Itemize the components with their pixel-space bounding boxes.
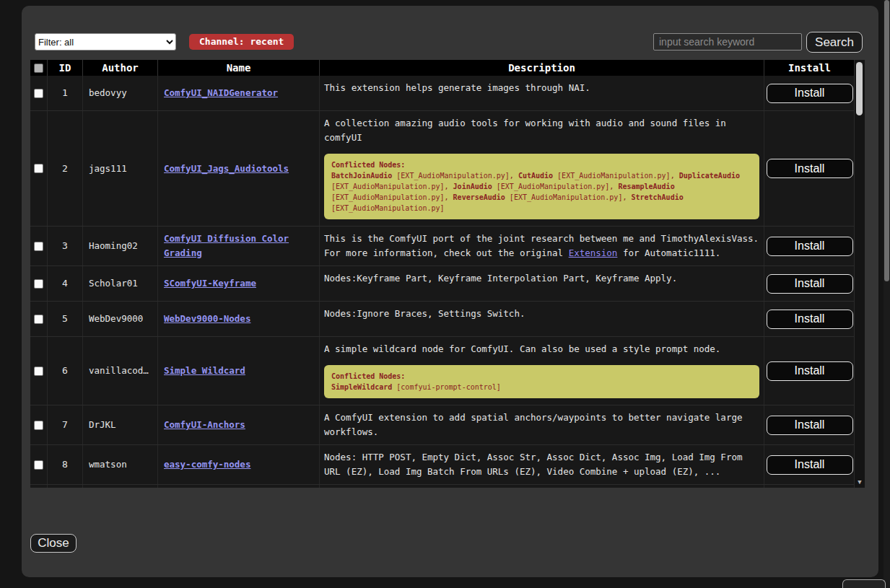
row-select-checkbox[interactable] [34,421,43,430]
table-row: 5WebDev9000WebDev9000-NodesNodes:Ignore … [30,302,855,337]
install-cell: Install [764,337,855,405]
search-button[interactable]: Search [806,32,863,53]
node-author-text: bedovyy [89,86,127,100]
conflict-node-package: [EXT_AudioManipulation.py] [553,172,671,180]
table-row: 4Scholar01SComfyUI-KeyframeNodes:Keyfram… [30,266,855,302]
node-author: DrJKL [83,405,158,444]
node-description: Nodes:Ignore Braces, Settings Switch. [324,307,761,321]
node-name-link[interactable]: ComfyUI_NAIDGenerator [164,86,278,100]
conflict-node-package: [comfyui-prompt-control] [392,383,501,391]
conflict-node-name: ReverseAudio [453,193,505,201]
row-select-cell [30,111,48,226]
header-author: Author [83,60,158,76]
row-select-cell [30,337,48,405]
conflict-node-name: ResampleAudio [618,183,674,190]
node-author: vanillacode314 [83,337,158,405]
page-scrollbar-thumb[interactable] [884,0,889,281]
node-name-link[interactable]: Simple Wildcard [164,364,245,378]
conflict-node-package: [EXT_AudioManipulation.py] [392,172,510,180]
conflict-title: Conflicted Nodes: [331,159,752,170]
node-id: 4 [48,266,83,301]
header-name: Name [158,60,320,76]
install-button[interactable]: Install [767,455,853,475]
description-link[interactable]: Extension [569,247,618,258]
node-name-link[interactable]: ComfyUI Diffusion Color Grading [164,232,313,260]
node-name-link[interactable]: SComfyUI-Keyframe [164,276,256,291]
node-author-text: jags111 [89,162,127,176]
select-all-checkbox[interactable] [34,63,43,73]
page-scrollbar[interactable] [884,0,890,588]
node-author-text: vanillacode314 [89,364,152,378]
install-button[interactable]: Install [767,361,853,381]
node-author: Haoming02 [83,227,158,266]
node-name-cell: WebDev9000-Nodes [158,302,320,336]
row-select-checkbox[interactable] [34,242,43,251]
custom-nodes-dialog: Filter: all Channel: recent Search ID Au… [22,6,878,577]
node-description-cell: A ComfyUI extension to add spatial ancho… [320,405,764,444]
row-select-cell [30,266,48,301]
install-button[interactable]: Install [767,274,853,294]
install-button[interactable]: Install [767,310,853,329]
install-cell: Install [764,485,855,488]
row-select-cell [30,445,48,484]
install-button[interactable]: Install [767,84,853,103]
install-cell: Install [764,266,855,301]
conflict-node-name: BatchJoinAudio [331,172,392,180]
node-name-link[interactable]: WebDev9000-Nodes [164,312,250,326]
row-select-cell [30,227,48,266]
node-name-link[interactable]: easy-comfy-nodes [164,457,250,472]
table-row: 9SoftMengComfyUI_Mexx_StylerNodes: Comfy… [30,485,855,488]
node-author-text: wmatson [89,457,127,472]
install-cell: Install [764,111,855,226]
install-button[interactable]: Install [767,416,853,435]
conflict-title: Conflicted Nodes: [331,371,752,382]
install-button[interactable]: Install [767,159,853,178]
node-id: 6 [48,337,83,405]
search-input[interactable] [653,33,802,51]
node-description-cell: This extension helps generate images thr… [320,76,764,110]
row-select-checkbox[interactable] [34,89,43,98]
table-row: 3Haoming02ComfyUI Diffusion Color Gradin… [30,227,855,266]
node-name-cell: ComfyUI_Mexx_Styler [158,485,320,488]
row-select-checkbox[interactable] [34,164,43,173]
scroll-down-arrow[interactable]: ▼ [855,478,865,486]
node-name-link[interactable]: ComfyUI_Jags_Audiotools [164,162,289,176]
node-description-cell: Nodes:Keyframe Part, Keyframe Interpolat… [320,266,764,301]
conflict-node-name: DuplicateAudio [679,172,740,180]
conflict-node-name: SimpleWildcard [331,383,392,391]
node-name-cell: ComfyUI Diffusion Color Grading [158,227,320,266]
node-id: 3 [48,227,83,266]
conflict-node-package: [EXT_AudioManipulation.py] [492,183,610,190]
partial-hidden-button[interactable] [842,579,886,588]
node-description: This is the ComfyUI port of the joint re… [324,232,761,260]
install-cell: Install [764,445,855,484]
table-scrollbar[interactable]: ▼ [854,60,865,488]
row-select-checkbox[interactable] [34,279,43,289]
node-name-link[interactable]: ComfyUI-Anchors [164,418,245,432]
table-row: 6vanillacode314Simple WildcardA simple w… [30,337,855,405]
node-description-cell: This is the ComfyUI port of the joint re… [320,227,764,266]
node-name-cell: ComfyUI_NAIDGenerator [158,76,320,110]
nodes-table: ID Author Name Description Install 1bedo… [30,60,865,488]
conflict-node-name: CutAudio [518,172,553,180]
table-scrollbar-thumb[interactable] [856,62,863,115]
node-id: 1 [48,76,83,110]
node-description: This extension helps generate images thr… [324,81,761,95]
node-author: WebDev9000 [83,302,158,336]
node-name-cell: ComfyUI-Anchors [158,405,320,444]
row-select-checkbox[interactable] [34,367,43,376]
node-description: A ComfyUI extension to add spatial ancho… [324,411,761,439]
node-id: 9 [48,485,83,488]
row-select-cell [30,302,48,336]
node-author: Scholar01 [83,266,158,301]
node-id: 8 [48,445,83,484]
node-id: 5 [48,302,83,336]
node-description: Nodes: HTTP POST, Empty Dict, Assoc Str,… [324,450,761,479]
node-author: bedovyy [83,76,158,110]
row-select-checkbox[interactable] [34,460,43,470]
filter-select[interactable]: Filter: all [35,33,176,51]
row-select-checkbox[interactable] [34,315,43,324]
close-button[interactable]: Close [30,534,77,553]
install-button[interactable]: Install [767,237,853,256]
conflict-warning: Conflicted Nodes:BatchJoinAudio [EXT_Aud… [324,154,759,219]
